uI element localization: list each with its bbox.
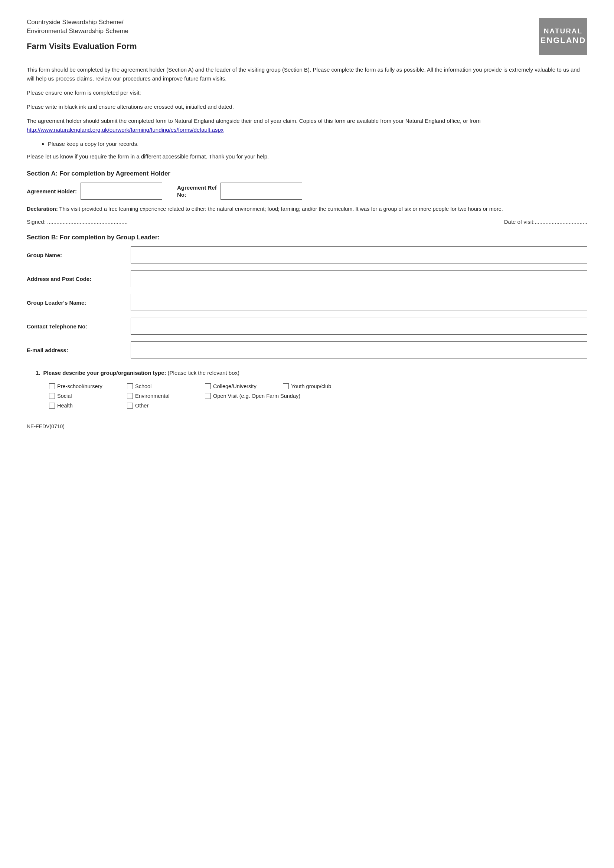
checkbox-social-label: Social [57, 393, 72, 399]
question-1-regular: (Please tick the relevant box) [166, 370, 239, 376]
checkbox-other: Other [127, 403, 205, 409]
intro-para4: The agreement holder should submit the c… [27, 116, 587, 134]
checkbox-environmental: Environmental [127, 393, 205, 399]
declaration-body: This visit provided a free learning expe… [58, 206, 503, 212]
scheme-line2: Environmental Stewardship Scheme [27, 28, 129, 34]
checkbox-school-label: School [135, 383, 152, 389]
address-row: Address and Post Code: [27, 270, 587, 287]
checkbox-health: Health [49, 403, 127, 409]
checkbox-college-box[interactable] [205, 383, 211, 389]
group-leader-label: Group Leader's Name: [27, 299, 131, 306]
signed-row: Signed: ................................… [27, 219, 587, 225]
checkbox-row-2: Social Environmental Open Visit (e.g. Op… [49, 393, 587, 399]
group-name-label: Group Name: [27, 252, 131, 258]
checkbox-environmental-box[interactable] [127, 393, 133, 399]
date-label: Date of visit:..........................… [504, 219, 587, 225]
naturalengland-link[interactable]: http://www.naturalengland.org.uk/ourwork… [27, 127, 223, 133]
intro-section: This form should be completed by the agr… [27, 65, 587, 161]
signed-label: Signed: ................................… [27, 219, 128, 225]
checkbox-other-label: Other [135, 403, 149, 409]
footer-code: NE-FEDV(0710) [27, 423, 587, 429]
checkbox-open-visit: Open Visit (e.g. Open Farm Sunday) [205, 393, 331, 399]
bullet-item-1: • Please keep a copy for your records. [42, 140, 587, 149]
scheme-title: Countryside Stewardship Scheme/ Environm… [27, 18, 524, 36]
scheme-line1: Countryside Stewardship Scheme/ [27, 19, 124, 26]
question-1-bold: Please describe your group/organisation … [43, 370, 166, 376]
contact-tel-row: Contact Telephone No: [27, 318, 587, 335]
checkbox-college-label: College/University [213, 383, 256, 389]
checkbox-pre-school-box[interactable] [49, 383, 55, 389]
agreement-ref-label: Agreement Ref No: [177, 184, 217, 198]
logo-line2: ENGLAND [541, 36, 586, 45]
question-1-number: 1. [36, 370, 40, 376]
checkbox-open-visit-label: Open Visit (e.g. Open Farm Sunday) [213, 393, 300, 399]
agreement-ref-label-line2: No: [177, 192, 186, 198]
contact-tel-label: Contact Telephone No: [27, 323, 131, 330]
agreement-holder-field: Agreement Holder: [27, 183, 162, 200]
bullet-dot: • [42, 140, 44, 149]
agreement-ref-field: Agreement Ref No: [177, 183, 302, 200]
checkbox-health-box[interactable] [49, 403, 55, 409]
agreement-holder-input[interactable] [81, 183, 162, 200]
checkbox-row-3: Health Other [49, 403, 587, 409]
group-leader-row: Group Leader's Name: [27, 294, 587, 311]
header-text-block: Countryside Stewardship Scheme/ Environm… [27, 18, 524, 51]
intro-para5: Please let us know if you require the fo… [27, 152, 587, 161]
checkbox-youth-label: Youth group/club [291, 383, 331, 389]
checkbox-other-box[interactable] [127, 403, 133, 409]
intro-para1: This form should be completed by the agr… [27, 65, 587, 83]
group-name-input[interactable] [131, 246, 587, 264]
checkbox-youth: Youth group/club [283, 383, 361, 389]
checkbox-grid-row1: Pre-school/nursery School College/Univer… [49, 383, 587, 409]
declaration-text: Declaration: This visit provided a free … [27, 205, 587, 213]
checkbox-youth-box[interactable] [283, 383, 289, 389]
checkbox-row-1: Pre-school/nursery School College/Univer… [49, 383, 587, 389]
checkbox-school: School [127, 383, 205, 389]
logo-line1: NATURAL [544, 27, 583, 36]
section-a-heading: Section A: For completion by Agreement H… [27, 170, 587, 177]
group-name-row: Group Name: [27, 246, 587, 264]
intro-para4-text: The agreement holder should submit the c… [27, 118, 481, 124]
natural-england-logo: NATURAL ENGLAND [539, 18, 587, 55]
contact-tel-input[interactable] [131, 318, 587, 335]
question-1-section: 1.Please describe your group/organisatio… [27, 369, 587, 409]
address-input[interactable] [131, 270, 587, 287]
section-b-heading: Section B: For completion by Group Leade… [27, 234, 587, 241]
checkbox-pre-school: Pre-school/nursery [49, 383, 127, 389]
checkbox-social: Social [49, 393, 127, 399]
bullet-text-1: Please keep a copy for your records. [48, 140, 138, 149]
group-leader-input[interactable] [131, 294, 587, 311]
address-label: Address and Post Code: [27, 276, 131, 282]
agreement-ref-input[interactable] [220, 183, 302, 200]
email-label: E-mail address: [27, 347, 131, 353]
agreement-holder-row: Agreement Holder: Agreement Ref No: [27, 183, 587, 200]
checkbox-college: College/University [205, 383, 283, 389]
declaration-bold: Declaration: [27, 206, 58, 212]
header-area: Countryside Stewardship Scheme/ Environm… [27, 18, 587, 55]
form-title: Farm Visits Evaluation Form [27, 42, 524, 51]
agreement-holder-label: Agreement Holder: [27, 188, 77, 194]
checkbox-social-box[interactable] [49, 393, 55, 399]
intro-para3: Please write in black ink and ensure alt… [27, 102, 587, 111]
checkbox-pre-school-label: Pre-school/nursery [57, 383, 102, 389]
email-input[interactable] [131, 341, 587, 358]
email-row: E-mail address: [27, 341, 587, 358]
question-1-heading: 1.Please describe your group/organisatio… [36, 369, 587, 377]
checkbox-open-visit-box[interactable] [205, 393, 211, 399]
checkbox-environmental-label: Environmental [135, 393, 170, 399]
checkbox-school-box[interactable] [127, 383, 133, 389]
checkbox-health-label: Health [57, 403, 73, 409]
intro-para2: Please ensure one form is completed per … [27, 88, 587, 97]
agreement-ref-label-line1: Agreement Ref [177, 184, 217, 191]
